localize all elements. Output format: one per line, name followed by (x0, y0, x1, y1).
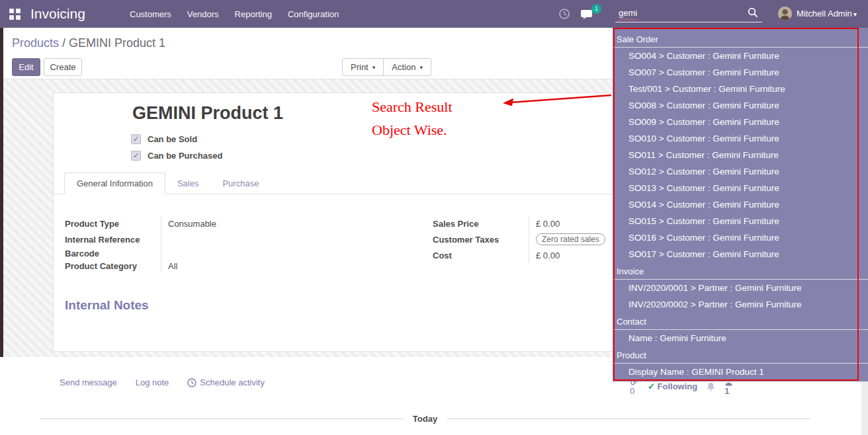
product-category-value[interactable]: All (168, 260, 216, 272)
dropdown-section-contact: Contact (613, 313, 868, 330)
apps-menu-icon[interactable] (9, 9, 21, 20)
barcode-label: Barcode (65, 247, 161, 260)
action-dropdown-button[interactable]: Action ▾ (383, 59, 431, 75)
tab-sales[interactable]: Sales (165, 173, 211, 194)
can-be-purchased-label: Can be Purchased (148, 151, 222, 161)
top-navbar: Invoicing Customers Vendors Reporting Co… (0, 0, 868, 28)
field-separator (529, 216, 529, 263)
can-be-purchased-checkbox[interactable]: ✓ (131, 151, 141, 161)
nav-item-configuration[interactable]: Configuration (288, 9, 339, 19)
user-menu[interactable]: Mitchell Admin (797, 0, 852, 28)
annotation-arrow (500, 90, 613, 108)
product-type-label: Product Type (65, 216, 161, 231)
cost-label: Cost (433, 247, 529, 263)
chevron-down-icon: ▾ (419, 64, 423, 71)
search-result-item[interactable]: SO008 > Customer : Gemini Furniture (613, 97, 868, 114)
barcode-value (168, 247, 216, 260)
schedule-activity-label: Schedule activity (200, 377, 265, 387)
annotation-line1: Search Result (372, 99, 453, 116)
field-separator (161, 216, 161, 272)
customer-taxes-badge[interactable]: Zero rated sales (536, 233, 605, 245)
search-result-item[interactable]: SO017 > Customer : Gemini Furniture (613, 246, 868, 262)
create-button[interactable]: Create (44, 58, 82, 76)
product-title: GEMINI Product 1 (132, 103, 283, 124)
today-divider: Today (40, 414, 810, 424)
product-type-value: Consumable (168, 216, 216, 231)
search-result-item[interactable]: Name : Gemini Furniture (613, 330, 868, 346)
print-label: Print (351, 62, 369, 72)
search-result-item[interactable]: SO010 > Customer : Gemini Furniture (613, 130, 868, 147)
user-caret-icon[interactable]: ▾ (853, 1, 857, 28)
bell-icon[interactable] (707, 382, 715, 391)
clock-icon (187, 378, 196, 387)
product-category-label: Product Category (65, 260, 161, 272)
nav-menus: Customers Vendors Reporting Configuratio… (130, 0, 339, 28)
action-label: Action (392, 62, 415, 72)
dropdown-section-sale-order: Sale Order (613, 30, 868, 48)
search-result-item[interactable]: SO011 > Customer : Gemini Furniture (613, 147, 868, 163)
tab-general-information[interactable]: General Information (64, 173, 165, 194)
sales-price-value: £ 0.00 (536, 216, 605, 231)
breadcrumb-separator: / (59, 36, 69, 50)
breadcrumb-products-link[interactable]: Products (12, 36, 59, 50)
search-icon[interactable] (748, 7, 758, 18)
check-icon: ✓ (648, 381, 655, 391)
print-action-group: Print ▾ Action ▾ (342, 58, 431, 76)
search-result-item[interactable]: Test/001 > Customer : Gemini Furniture (613, 81, 868, 97)
internal-reference-label: Internal Reference (65, 231, 161, 247)
dropdown-section-product: Product (613, 346, 868, 364)
left-edge-strip (0, 28, 3, 357)
search-result-item[interactable]: SO012 > Customer : Gemini Furniture (613, 163, 868, 180)
breadcrumb-current: GEMINI Product 1 (69, 36, 165, 50)
nav-item-vendors[interactable]: Vendors (187, 9, 219, 19)
search-result-item[interactable]: INV/2020/0002 > Partner : Gemini Furnitu… (613, 296, 868, 313)
tab-purchase[interactable]: Purchase (210, 173, 271, 194)
breadcrumb: Products / GEMINI Product 1 (12, 36, 165, 50)
search-result-item[interactable]: SO016 > Customer : Gemini Furniture (613, 229, 868, 246)
search-result-item[interactable]: Display Name : GEMINI Product 1 (613, 364, 868, 380)
search-results-dropdown: Sale Order SO004 > Customer : Gemini Fur… (613, 28, 868, 381)
search-result-item[interactable]: SO014 > Customer : Gemini Furniture (613, 196, 868, 213)
following-button[interactable]: ✓ Following (648, 381, 697, 391)
schedule-activity-button[interactable]: Schedule activity (187, 377, 265, 387)
search-result-item[interactable]: SO004 > Customer : Gemini Furniture (613, 48, 868, 64)
attachment-count: 0 (630, 386, 634, 396)
search-result-item[interactable]: SO015 > Customer : Gemini Furniture (613, 213, 868, 229)
fields-right-column: Sales Price Customer Taxes Cost £ 0.00 Z… (433, 216, 605, 263)
chevron-down-icon: ▾ (372, 64, 376, 71)
log-note-button[interactable]: Log note (136, 377, 169, 387)
send-message-button[interactable]: Send message (60, 377, 117, 387)
activities-icon[interactable] (559, 9, 570, 19)
search-result-item[interactable]: SO013 > Customer : Gemini Furniture (613, 180, 868, 196)
app-name[interactable]: Invoicing (30, 0, 85, 28)
nav-item-reporting[interactable]: Reporting (235, 9, 272, 19)
search-result-item[interactable]: INV/2020/0001 > Partner : Gemini Furnitu… (613, 280, 868, 296)
can-be-purchased-row: ✓ Can be Purchased (131, 151, 222, 161)
cost-value: £ 0.00 (536, 247, 605, 263)
messages-badge: 1 (591, 4, 601, 14)
user-avatar[interactable] (778, 7, 792, 20)
print-dropdown-button[interactable]: Print ▾ (343, 59, 383, 75)
fields-left-column: Product Type Internal Reference Barcode … (65, 216, 216, 272)
annotation-line2: Object Wise. (372, 122, 447, 139)
can-be-sold-checkbox[interactable]: ✓ (131, 134, 141, 144)
search-result-item[interactable]: SO007 > Customer : Gemini Furniture (613, 64, 868, 81)
internal-reference-value (168, 231, 216, 247)
can-be-sold-row: ✓ Can be Sold (131, 134, 197, 144)
edit-button[interactable]: Edit (12, 58, 40, 76)
can-be-sold-label: Can be Sold (148, 134, 197, 144)
search-input-value: gemi (619, 8, 637, 18)
search-input[interactable]: gemi (615, 5, 762, 22)
today-label: Today (413, 414, 437, 424)
followers-count: 1 (724, 386, 729, 396)
following-label: Following (658, 381, 698, 391)
customer-taxes-label: Customer Taxes (433, 231, 529, 247)
dropdown-section-invoice: Invoice (613, 262, 868, 280)
nav-item-customers[interactable]: Customers (130, 9, 171, 19)
internal-notes-heading: Internal Notes (65, 298, 149, 313)
sales-price-label: Sales Price (433, 216, 529, 231)
search-result-item[interactable]: SO009 > Customer : Gemini Furniture (613, 114, 868, 130)
